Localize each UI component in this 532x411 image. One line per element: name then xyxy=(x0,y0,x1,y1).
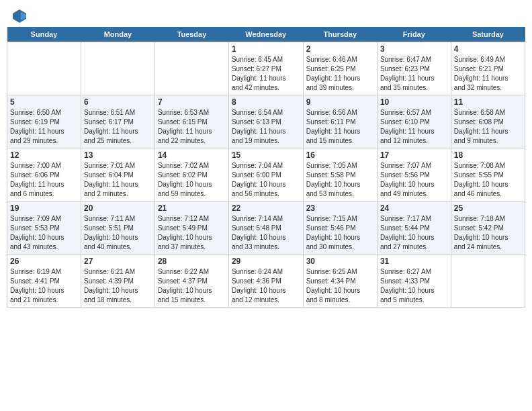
day-number: 24 xyxy=(380,203,448,213)
calendar-cell: 6Sunrise: 6:51 AM Sunset: 6:17 PM Daylig… xyxy=(81,95,154,148)
week-row-1: 1Sunrise: 6:45 AM Sunset: 6:27 PM Daylig… xyxy=(7,42,525,95)
day-info: Sunrise: 6:50 AM Sunset: 6:19 PM Dayligh… xyxy=(10,108,78,146)
day-info: Sunrise: 7:01 AM Sunset: 6:04 PM Dayligh… xyxy=(84,161,152,199)
calendar-cell: 8Sunrise: 6:54 AM Sunset: 6:13 PM Daylig… xyxy=(228,95,303,148)
day-info: Sunrise: 6:27 AM Sunset: 4:33 PM Dayligh… xyxy=(380,267,448,305)
day-info: Sunrise: 6:45 AM Sunset: 6:27 PM Dayligh… xyxy=(232,55,300,93)
day-info: Sunrise: 7:02 AM Sunset: 6:02 PM Dayligh… xyxy=(158,161,226,199)
calendar-cell: 29Sunrise: 6:24 AM Sunset: 4:36 PM Dayli… xyxy=(228,255,303,308)
calendar-cell: 27Sunrise: 6:21 AM Sunset: 4:39 PM Dayli… xyxy=(81,255,154,308)
week-row-5: 26Sunrise: 6:19 AM Sunset: 4:41 PM Dayli… xyxy=(7,255,525,308)
calendar-cell xyxy=(451,255,525,308)
calendar-cell: 26Sunrise: 6:19 AM Sunset: 4:41 PM Dayli… xyxy=(7,255,81,308)
calendar-cell: 31Sunrise: 6:27 AM Sunset: 4:33 PM Dayli… xyxy=(377,255,451,308)
week-row-2: 5Sunrise: 6:50 AM Sunset: 6:19 PM Daylig… xyxy=(7,95,525,148)
day-number: 3 xyxy=(380,44,448,54)
day-number: 1 xyxy=(232,44,300,54)
day-number: 30 xyxy=(306,257,374,266)
calendar-cell: 15Sunrise: 7:04 AM Sunset: 6:00 PM Dayli… xyxy=(228,148,303,201)
day-number: 7 xyxy=(158,97,226,107)
day-header-wednesday: Wednesday xyxy=(228,27,303,42)
calendar-cell: 21Sunrise: 7:12 AM Sunset: 5:49 PM Dayli… xyxy=(154,201,228,255)
calendar-cell: 25Sunrise: 7:18 AM Sunset: 5:42 PM Dayli… xyxy=(451,201,525,255)
day-info: Sunrise: 6:54 AM Sunset: 6:13 PM Dayligh… xyxy=(232,108,300,146)
day-info: Sunrise: 6:57 AM Sunset: 6:10 PM Dayligh… xyxy=(380,108,448,146)
day-number: 15 xyxy=(232,150,300,160)
day-info: Sunrise: 6:46 AM Sunset: 6:25 PM Dayligh… xyxy=(306,55,374,93)
day-header-friday: Friday xyxy=(377,27,451,42)
day-info: Sunrise: 6:53 AM Sunset: 6:15 PM Dayligh… xyxy=(158,108,226,146)
day-header-saturday: Saturday xyxy=(451,27,525,42)
logo xyxy=(12,9,27,20)
day-number: 31 xyxy=(380,257,448,266)
day-header-tuesday: Tuesday xyxy=(154,27,228,42)
calendar-cell xyxy=(7,42,81,95)
day-number: 28 xyxy=(158,257,226,266)
day-number: 19 xyxy=(10,203,78,213)
calendar-cell: 19Sunrise: 7:09 AM Sunset: 5:53 PM Dayli… xyxy=(7,201,81,255)
day-number: 25 xyxy=(454,203,522,213)
day-header-thursday: Thursday xyxy=(303,27,377,42)
day-info: Sunrise: 6:58 AM Sunset: 6:08 PM Dayligh… xyxy=(454,108,522,146)
calendar-cell xyxy=(154,42,228,95)
day-info: Sunrise: 7:05 AM Sunset: 5:58 PM Dayligh… xyxy=(306,161,374,199)
calendar-cell: 12Sunrise: 7:00 AM Sunset: 6:06 PM Dayli… xyxy=(7,148,81,201)
day-info: Sunrise: 6:22 AM Sunset: 4:37 PM Dayligh… xyxy=(158,267,226,305)
day-info: Sunrise: 6:56 AM Sunset: 6:11 PM Dayligh… xyxy=(306,108,374,146)
day-info: Sunrise: 6:19 AM Sunset: 4:41 PM Dayligh… xyxy=(10,267,78,305)
calendar-cell: 30Sunrise: 6:25 AM Sunset: 4:34 PM Dayli… xyxy=(303,255,377,308)
calendar-cell: 3Sunrise: 6:47 AM Sunset: 6:23 PM Daylig… xyxy=(377,42,451,95)
calendar-cell: 16Sunrise: 7:05 AM Sunset: 5:58 PM Dayli… xyxy=(303,148,377,201)
calendar-cell: 2Sunrise: 6:46 AM Sunset: 6:25 PM Daylig… xyxy=(303,42,377,95)
day-number: 5 xyxy=(10,97,78,107)
week-row-3: 12Sunrise: 7:00 AM Sunset: 6:06 PM Dayli… xyxy=(7,148,525,201)
day-number: 10 xyxy=(380,97,448,107)
calendar-cell xyxy=(81,42,154,95)
days-header-row: SundayMondayTuesdayWednesdayThursdayFrid… xyxy=(7,27,525,42)
day-number: 23 xyxy=(306,203,374,213)
day-info: Sunrise: 7:07 AM Sunset: 5:56 PM Dayligh… xyxy=(380,161,448,199)
day-info: Sunrise: 6:49 AM Sunset: 6:21 PM Dayligh… xyxy=(454,55,522,93)
day-number: 21 xyxy=(158,203,226,213)
day-info: Sunrise: 6:25 AM Sunset: 4:34 PM Dayligh… xyxy=(306,267,374,305)
day-number: 27 xyxy=(84,257,152,266)
calendar-cell: 20Sunrise: 7:11 AM Sunset: 5:51 PM Dayli… xyxy=(81,201,154,255)
day-number: 13 xyxy=(84,150,152,160)
day-number: 26 xyxy=(10,257,78,266)
calendar-cell: 5Sunrise: 6:50 AM Sunset: 6:19 PM Daylig… xyxy=(7,95,81,148)
day-info: Sunrise: 7:17 AM Sunset: 5:44 PM Dayligh… xyxy=(380,214,448,252)
logo-icon xyxy=(13,9,26,23)
day-info: Sunrise: 7:09 AM Sunset: 5:53 PM Dayligh… xyxy=(10,214,78,252)
day-info: Sunrise: 6:47 AM Sunset: 6:23 PM Dayligh… xyxy=(380,55,448,93)
calendar-cell: 23Sunrise: 7:15 AM Sunset: 5:46 PM Dayli… xyxy=(303,201,377,255)
calendar-cell: 14Sunrise: 7:02 AM Sunset: 6:02 PM Dayli… xyxy=(154,148,228,201)
day-header-monday: Monday xyxy=(81,27,154,42)
day-number: 17 xyxy=(380,150,448,160)
day-info: Sunrise: 6:21 AM Sunset: 4:39 PM Dayligh… xyxy=(84,267,152,305)
day-number: 12 xyxy=(10,150,78,160)
day-info: Sunrise: 7:12 AM Sunset: 5:49 PM Dayligh… xyxy=(158,214,226,252)
day-number: 4 xyxy=(454,44,522,54)
day-info: Sunrise: 7:00 AM Sunset: 6:06 PM Dayligh… xyxy=(10,161,78,199)
day-number: 11 xyxy=(454,97,522,107)
day-number: 18 xyxy=(454,150,522,160)
day-info: Sunrise: 6:51 AM Sunset: 6:17 PM Dayligh… xyxy=(84,108,152,146)
page-header xyxy=(7,7,525,23)
day-info: Sunrise: 6:24 AM Sunset: 4:36 PM Dayligh… xyxy=(232,267,300,305)
day-number: 14 xyxy=(158,150,226,160)
day-number: 29 xyxy=(232,257,300,266)
calendar-cell: 28Sunrise: 6:22 AM Sunset: 4:37 PM Dayli… xyxy=(154,255,228,308)
day-number: 2 xyxy=(306,44,374,54)
calendar-cell: 9Sunrise: 6:56 AM Sunset: 6:11 PM Daylig… xyxy=(303,95,377,148)
day-header-sunday: Sunday xyxy=(7,27,81,42)
calendar-cell: 10Sunrise: 6:57 AM Sunset: 6:10 PM Dayli… xyxy=(377,95,451,148)
calendar-cell: 7Sunrise: 6:53 AM Sunset: 6:15 PM Daylig… xyxy=(154,95,228,148)
day-number: 8 xyxy=(232,97,300,107)
day-number: 6 xyxy=(84,97,152,107)
day-number: 16 xyxy=(306,150,374,160)
day-info: Sunrise: 7:15 AM Sunset: 5:46 PM Dayligh… xyxy=(306,214,374,252)
calendar-cell: 1Sunrise: 6:45 AM Sunset: 6:27 PM Daylig… xyxy=(228,42,303,95)
calendar-cell: 18Sunrise: 7:08 AM Sunset: 5:55 PM Dayli… xyxy=(451,148,525,201)
day-info: Sunrise: 7:14 AM Sunset: 5:48 PM Dayligh… xyxy=(232,214,300,252)
day-number: 22 xyxy=(232,203,300,213)
